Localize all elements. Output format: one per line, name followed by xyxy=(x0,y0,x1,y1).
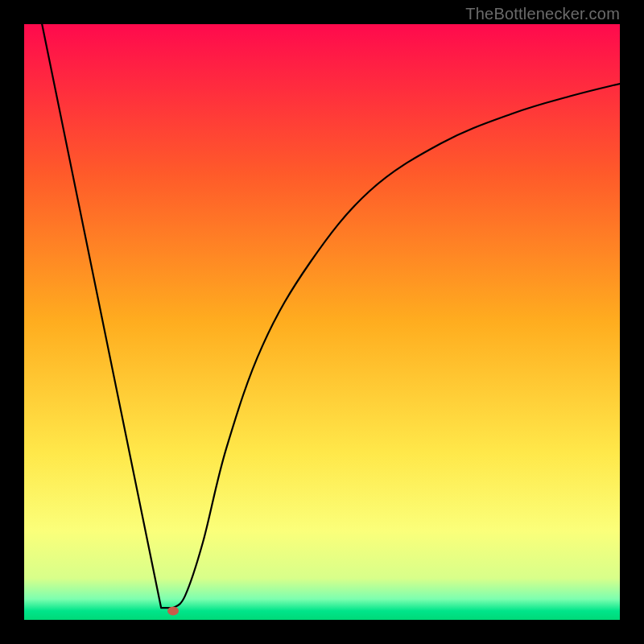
chart-frame xyxy=(24,24,620,620)
bottleneck-chart xyxy=(24,24,620,620)
chart-background xyxy=(24,24,620,620)
watermark-text: TheBottlenecker.com xyxy=(465,5,620,23)
optimal-point-marker xyxy=(167,606,179,615)
